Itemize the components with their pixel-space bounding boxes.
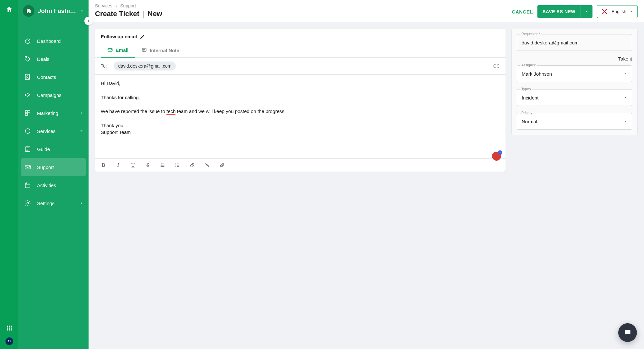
sidebar-item-support[interactable]: Support — [21, 158, 86, 176]
dashboard-icon — [24, 37, 31, 44]
sidebar-item-settings[interactable]: Settings — [18, 194, 89, 212]
gear-icon — [24, 200, 31, 207]
chevron-down-icon — [80, 129, 83, 133]
recipient-chip[interactable]: david.deskera@gmail.com — [114, 61, 176, 71]
save-as-new-button[interactable]: SAVE AS NEW — [537, 5, 592, 18]
sidebar-item-deals[interactable]: Deals — [18, 50, 89, 68]
cancel-button[interactable]: CANCEL — [512, 9, 533, 14]
tab-label: Email — [116, 47, 128, 53]
sidebar: John Fashio… Dashboard Deals Contacts — [18, 0, 89, 349]
svg-rect-15 — [25, 113, 27, 115]
svg-rect-8 — [11, 329, 12, 330]
main-area: Services › Support Create Ticket | New C… — [89, 0, 644, 349]
tab-email[interactable]: Email — [101, 44, 135, 58]
ticket-subject: Follow up email — [101, 34, 137, 39]
svg-rect-6 — [7, 329, 8, 330]
language-label: English — [611, 9, 626, 14]
sidebar-item-label: Support — [37, 165, 54, 170]
italic-button[interactable]: I — [114, 161, 122, 169]
app-rail: JJ — [0, 0, 18, 349]
notification-badge[interactable]: + — [492, 152, 501, 161]
sidebar-item-label: Guide — [37, 146, 50, 152]
sidebar-item-contacts[interactable]: Contacts — [18, 68, 89, 86]
sidebar-item-guide[interactable]: Guide — [18, 140, 89, 158]
sidebar-item-marketing[interactable]: Marketing — [18, 104, 89, 122]
topbar: Services › Support Create Ticket | New C… — [89, 0, 644, 22]
field-label: Assignee — [520, 63, 537, 67]
numbered-list-button[interactable]: 123 — [174, 161, 181, 169]
svg-rect-22 — [142, 48, 146, 52]
building-icon — [23, 5, 34, 17]
field-label: Requestor * — [520, 32, 541, 36]
page-title: Create Ticket | New — [95, 10, 162, 18]
attachment-button[interactable] — [218, 161, 226, 169]
underline-button[interactable]: U — [129, 161, 137, 169]
svg-point-12 — [27, 76, 28, 77]
tab-internal-note[interactable]: Internal Note — [135, 44, 186, 57]
cc-button[interactable]: CC — [493, 63, 500, 69]
save-dropdown-toggle[interactable] — [581, 5, 592, 18]
sidebar-item-activities[interactable]: Activities — [18, 176, 89, 194]
breadcrumb: Services › Support — [95, 3, 162, 8]
to-label: To: — [101, 63, 114, 69]
assignee-select[interactable]: Mark Johnson — [517, 65, 632, 82]
sidebar-nav: Dashboard Deals Contacts Campaigns Marke… — [18, 22, 89, 212]
sidebar-item-dashboard[interactable]: Dashboard — [18, 32, 89, 50]
content: Follow up email Email Internal Note — [89, 22, 644, 349]
edit-icon[interactable] — [140, 34, 145, 39]
ticket-details-panel: Requestor * Take it Assignee Mark Johnso… — [511, 29, 638, 135]
sidebar-item-campaigns[interactable]: Campaigns — [18, 86, 89, 104]
requestor-field: Requestor * — [517, 34, 632, 51]
email-body-editor[interactable]: Hi David, Thanks for calling. We have re… — [95, 75, 506, 158]
assignee-field: Assignee Mark Johnson — [517, 65, 632, 82]
save-button-label: SAVE AS NEW — [537, 9, 581, 14]
strikethrough-button[interactable]: S — [144, 161, 152, 169]
marketing-icon — [24, 109, 31, 117]
svg-rect-1 — [9, 326, 10, 327]
org-switcher[interactable]: John Fashio… — [18, 0, 89, 22]
svg-point-23 — [161, 164, 161, 164]
svg-rect-2 — [11, 326, 12, 327]
sidebar-item-label: Deals — [37, 56, 49, 62]
link-button[interactable] — [188, 161, 196, 169]
sidebar-item-label: Settings — [37, 201, 54, 206]
collapse-sidebar-button[interactable] — [84, 17, 93, 25]
svg-rect-13 — [25, 111, 27, 113]
editor-toolbar: B I U S 123 + — [95, 158, 506, 172]
svg-rect-18 — [25, 165, 31, 169]
bold-button[interactable]: B — [99, 161, 107, 169]
home-icon[interactable] — [3, 3, 15, 15]
svg-rect-14 — [28, 111, 30, 113]
field-label: Priority — [520, 111, 534, 115]
language-selector[interactable]: English — [597, 5, 638, 18]
sidebar-item-label: Services — [37, 128, 56, 134]
services-icon — [24, 127, 31, 135]
svg-rect-0 — [7, 326, 8, 327]
breadcrumb-item[interactable]: Support — [120, 3, 136, 8]
svg-rect-3 — [7, 327, 8, 328]
chevron-right-icon — [80, 201, 83, 205]
calendar-icon — [24, 182, 31, 189]
svg-rect-4 — [9, 327, 10, 328]
requestor-input[interactable] — [517, 34, 632, 51]
breadcrumb-item[interactable]: Services — [95, 3, 112, 8]
chat-widget[interactable] — [618, 323, 637, 342]
apps-grid-icon[interactable] — [6, 325, 13, 331]
take-it-link[interactable]: Take it — [618, 56, 632, 61]
svg-point-10 — [26, 57, 27, 58]
types-select[interactable]: Incident — [517, 89, 632, 106]
chevron-down-icon — [80, 9, 84, 13]
svg-rect-19 — [25, 183, 30, 188]
user-avatar[interactable]: JJ — [5, 337, 13, 345]
unlink-button[interactable] — [203, 161, 211, 169]
svg-rect-21 — [108, 49, 112, 52]
sidebar-item-label: Dashboard — [37, 38, 61, 44]
compose-card: Follow up email Email Internal Note — [95, 29, 506, 172]
sidebar-item-services[interactable]: Services — [18, 122, 89, 140]
bullet-list-button[interactable] — [159, 161, 166, 169]
book-icon — [24, 146, 31, 153]
priority-select[interactable]: Normal — [517, 113, 632, 130]
spellcheck-underline: tech — [166, 108, 175, 115]
field-label: Types — [520, 87, 532, 91]
tag-icon — [24, 55, 31, 62]
